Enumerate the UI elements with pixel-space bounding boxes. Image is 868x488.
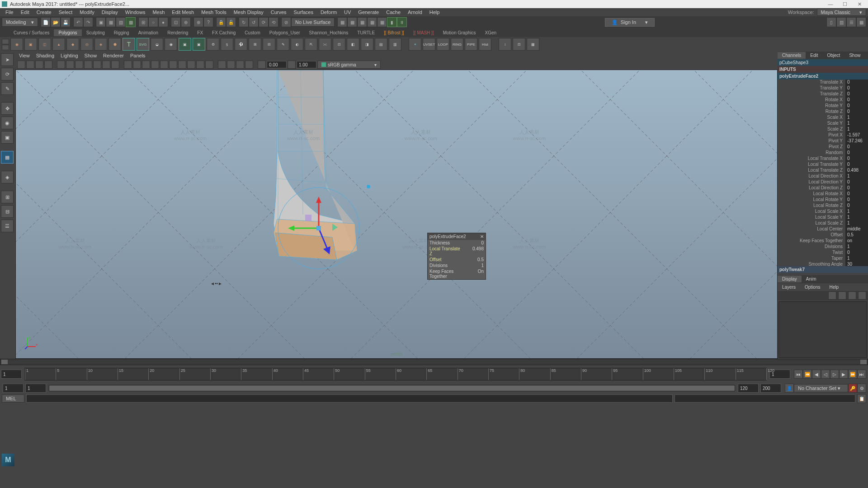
menu-mesh-display[interactable]: Mesh Display — [230, 9, 267, 15]
viewport[interactable]: ◄••► 人人素材www.rr-sc.com 人人素材www.rr-sc.com… — [15, 70, 778, 359]
go-end-icon[interactable]: ⏭ — [857, 370, 866, 379]
go-start-icon[interactable]: ⏮ — [794, 370, 803, 379]
channel-value[interactable]: 1 — [845, 256, 868, 262]
shelf-tab-turtle[interactable]: TURTLE — [353, 29, 379, 36]
render5-icon[interactable]: ▦ — [377, 17, 387, 27]
channel-value[interactable]: 1 — [845, 127, 868, 132]
panel-layout4-icon[interactable]: ▦ — [856, 17, 866, 27]
layer-move-down-icon[interactable] — [838, 291, 846, 300]
image-plane-icon[interactable] — [44, 61, 52, 69]
paint-select-icon[interactable]: ✎ — [1, 82, 14, 95]
close-button[interactable]: ✕ — [853, 1, 866, 7]
channel-value[interactable]: 1 — [845, 221, 868, 226]
snap-point-icon[interactable]: ● — [158, 17, 168, 27]
panel-layout2-icon[interactable]: ▥ — [836, 17, 846, 27]
shelf-tab-fx[interactable]: FX — [193, 29, 208, 36]
refresh-icon[interactable]: ↻ — [239, 17, 249, 27]
script-editor-icon[interactable]: 📋 — [857, 394, 866, 403]
gamma-dropdown[interactable]: sRGB gamma▾ — [317, 61, 381, 69]
field-chart-icon[interactable] — [93, 61, 101, 69]
safe-title-icon[interactable] — [111, 61, 119, 69]
no-char-icon[interactable]: 👤 — [785, 384, 794, 393]
channel-value[interactable]: 1 — [845, 215, 868, 221]
render-toggle-icon[interactable]: ▮ — [387, 17, 397, 27]
layer-new-selected-icon[interactable] — [858, 291, 866, 300]
shelf-switch-down[interactable] — [2, 45, 9, 50]
channel-value[interactable]: 0 — [845, 85, 868, 91]
channel-row[interactable]: Pivot Z0 — [778, 144, 868, 150]
menu-create[interactable]: Create — [33, 9, 55, 15]
shelf-switch-up[interactable] — [2, 39, 9, 44]
separate-icon[interactable]: ⊟ — [263, 38, 275, 51]
bridge-icon[interactable]: ⩙ — [319, 38, 331, 51]
channel-row[interactable]: Scale Z1 — [778, 127, 868, 132]
channel-value[interactable]: 1 — [845, 121, 868, 127]
select-multi-icon[interactable]: ▩ — [126, 17, 136, 27]
textured-icon[interactable] — [160, 61, 168, 69]
loop-icon[interactable]: LOOP — [437, 38, 449, 51]
ban-icon[interactable]: ⊘ — [281, 17, 291, 27]
channel-value[interactable]: on — [845, 238, 868, 244]
panel-layout3-icon[interactable]: ☰ — [846, 17, 856, 27]
poly-sphere-icon[interactable]: ◉ — [10, 38, 23, 51]
panel-shading[interactable]: Shading — [36, 53, 54, 58]
xray-joints-icon[interactable] — [236, 61, 244, 69]
channel-row[interactable]: Translate X0 — [778, 80, 868, 85]
poly-sphericalharmonics-icon[interactable]: ▣ — [193, 38, 205, 51]
channel-value[interactable]: -1.597 — [845, 132, 868, 138]
snap-grid-icon[interactable]: ⊞ — [138, 17, 148, 27]
menu-file[interactable]: File — [2, 9, 17, 15]
channel-row[interactable]: Local Scale X1 — [778, 209, 868, 215]
last-tool-icon[interactable]: ▦ — [1, 151, 14, 164]
poly-svg-icon[interactable]: SVG — [137, 38, 149, 51]
channel-value[interactable]: 0 — [845, 191, 868, 197]
time-start-input[interactable] — [1, 370, 22, 379]
step-back-icon[interactable]: ◀ — [812, 370, 821, 379]
channel-row[interactable]: Taper1 — [778, 256, 868, 262]
wireframe-shaded-icon[interactable] — [151, 61, 159, 69]
menu-uv[interactable]: UV — [340, 9, 354, 15]
channel-row[interactable]: Local Translate Y0 — [778, 162, 868, 168]
custom3-icon[interactable]: ▦ — [527, 38, 539, 51]
layers-menu-help[interactable]: Help — [825, 284, 843, 291]
range-end-input[interactable] — [760, 384, 781, 393]
camera-select-icon[interactable] — [17, 61, 25, 69]
snap-view-icon[interactable]: ⊡ — [171, 17, 181, 27]
range-start-input[interactable] — [3, 384, 24, 393]
channel-row[interactable]: Local Scale Y1 — [778, 215, 868, 221]
outliner-icon[interactable]: ☰ — [1, 220, 14, 232]
open-scene-icon[interactable]: 📂 — [51, 17, 61, 27]
channel-value[interactable]: 1 — [845, 115, 868, 121]
shelf-tab-mash[interactable]: ][ MASH ][ — [409, 29, 439, 36]
menu-windows[interactable]: Windows — [122, 9, 149, 15]
custom2-icon[interactable]: ⊡ — [513, 38, 525, 51]
redo-icon[interactable]: ↷ — [83, 17, 93, 27]
poly-cone-icon[interactable]: ▲ — [52, 38, 65, 51]
layers-list[interactable] — [778, 301, 867, 358]
make-live-icon[interactable]: ⊕ — [181, 17, 191, 27]
film-gate-icon[interactable] — [66, 61, 74, 69]
xray-icon[interactable] — [227, 61, 235, 69]
render-icon[interactable]: ▦ — [337, 17, 347, 27]
poly-type-icon[interactable]: T — [123, 38, 135, 51]
channel-row[interactable]: Keep Faces Togetheron — [778, 238, 868, 244]
channel-value[interactable]: 0 — [845, 144, 868, 150]
layers-tab-anim[interactable]: Anim — [802, 276, 821, 282]
cb-polytweak[interactable]: polyTweak7 — [778, 266, 868, 273]
channel-value[interactable]: 0 — [845, 203, 868, 209]
module-dropdown[interactable]: Modeling▾ — [2, 18, 38, 27]
channel-row[interactable]: Pivot Y-37.246 — [778, 138, 868, 144]
cb-tab-channels[interactable]: Channels — [778, 52, 806, 59]
range-playend-input[interactable] — [738, 384, 759, 393]
scale-tool-icon[interactable]: ▣ — [1, 131, 14, 144]
panel-show[interactable]: Show — [85, 53, 97, 58]
shelf-tab-fxcaching[interactable]: FX Caching — [208, 29, 240, 36]
rotate-tool-icon[interactable]: ◉ — [1, 117, 14, 129]
channel-row[interactable]: Translate Y0 — [778, 85, 868, 91]
channel-row[interactable]: Scale X1 — [778, 115, 868, 121]
channel-row[interactable]: Local Centermiddle — [778, 226, 868, 232]
bevel-icon[interactable]: ◧ — [347, 38, 359, 51]
refresh3-icon[interactable]: ⟳ — [259, 17, 269, 27]
play-forward-icon[interactable]: ▷ — [830, 370, 839, 379]
cb-tab-object[interactable]: Object — [823, 52, 845, 59]
